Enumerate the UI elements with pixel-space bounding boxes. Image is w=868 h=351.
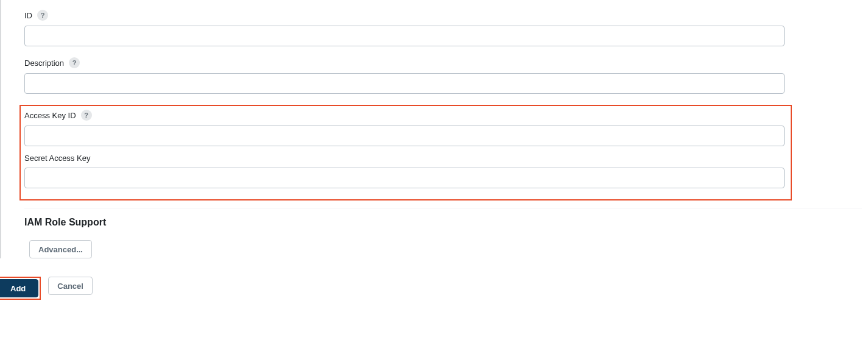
credentials-highlight-box: Access Key ID ? Secret Access Key — [19, 105, 792, 200]
secret-access-key-label: Secret Access Key — [24, 154, 90, 163]
secret-access-key-field-group: Secret Access Key — [24, 154, 787, 188]
help-icon[interactable]: ? — [37, 10, 48, 21]
help-icon[interactable]: ? — [81, 110, 92, 121]
secret-access-key-input[interactable] — [24, 168, 785, 188]
section-divider — [24, 208, 862, 208]
description-field-group: Description ? — [24, 57, 862, 94]
id-label: ID — [24, 11, 32, 20]
id-input[interactable] — [24, 26, 785, 46]
add-button[interactable]: Add — [0, 279, 38, 297]
description-input[interactable] — [24, 73, 785, 94]
add-button-highlight: Add — [0, 277, 41, 300]
id-field-group: ID ? — [24, 10, 862, 46]
advanced-button[interactable]: Advanced... — [29, 240, 92, 258]
action-row: Add Cancel — [0, 273, 868, 303]
iam-role-support-heading: IAM Role Support — [24, 217, 862, 228]
cancel-button[interactable]: Cancel — [48, 277, 93, 295]
access-key-id-field-group: Access Key ID ? — [24, 110, 787, 146]
help-icon[interactable]: ? — [69, 57, 80, 68]
access-key-id-label: Access Key ID — [24, 111, 76, 120]
description-label: Description — [24, 58, 64, 68]
access-key-id-input[interactable] — [24, 126, 785, 146]
